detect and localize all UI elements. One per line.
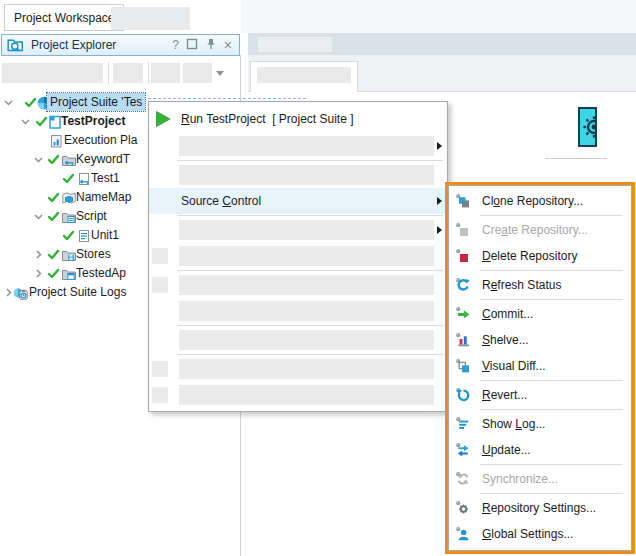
chevron-down-icon[interactable] — [32, 153, 45, 166]
menu-item-placeholder[interactable] — [149, 272, 447, 298]
tree-item-label: Project Suite 'Tes — [47, 93, 145, 111]
submenu-arrow-icon — [437, 142, 442, 150]
menu-item-label-key: D — [482, 249, 491, 263]
clone-icon — [455, 193, 471, 209]
menu-item-label: Show Log... — [482, 411, 545, 437]
menu-item-label-pre: Cre — [482, 223, 501, 237]
menu-item-label: Create Repository... — [482, 217, 588, 243]
chevron-down-icon[interactable] — [19, 115, 32, 128]
submenu-item-repository-settings[interactable]: Repository Settings... — [449, 495, 631, 521]
menu-item-label-post: isual Diff... — [490, 359, 546, 373]
menu-item-placeholder[interactable] — [149, 382, 447, 408]
menu-separator — [480, 493, 623, 494]
main-toolbar-placeholder — [248, 33, 636, 55]
toolbar-item-placeholder[interactable] — [258, 37, 332, 52]
menu-item-label-placeholder — [179, 275, 434, 295]
tree-item-label: TestedAp — [73, 264, 129, 282]
menu-item-label: Clone Repository... — [482, 188, 583, 214]
document-tabstrip — [248, 55, 636, 92]
menu-item-source-control[interactable]: Source Control — [149, 188, 447, 214]
shelve-icon — [455, 332, 471, 348]
tree-item-label: NameMap — [73, 188, 134, 206]
document-tab-label-placeholder — [257, 67, 351, 83]
content-divider — [545, 158, 607, 159]
chevron-right-icon[interactable] — [32, 267, 45, 280]
menu-item-run-testproject[interactable]: Run TestProject [ Project Suite ] — [149, 105, 447, 133]
gear-panel-icon[interactable] — [578, 107, 597, 147]
menu-item-label: Commit... — [482, 301, 533, 327]
checkmark-icon — [62, 229, 75, 242]
checkmark-icon — [47, 248, 60, 261]
menu-item-placeholder[interactable] — [149, 298, 447, 324]
menu-item-icon-placeholder — [152, 361, 168, 377]
menu-item-label-post: og... — [522, 417, 545, 431]
chevron-right-icon[interactable] — [32, 248, 45, 261]
menu-item-placeholder[interactable] — [149, 162, 447, 188]
tree-item-label: KeywordT — [73, 150, 133, 168]
tree-item-label: Script — [73, 207, 110, 225]
chevron-down-icon[interactable] — [2, 96, 15, 109]
tree-item-label: Execution Pla — [61, 131, 140, 149]
menu-item-label-pre: R — [482, 278, 491, 292]
submenu-item-clone-repository[interactable]: Clone Repository... — [449, 188, 631, 214]
menu-item-label-key: R — [482, 388, 491, 402]
chevron-down-icon[interactable] — [32, 210, 45, 223]
synchronize-icon — [455, 471, 471, 487]
submenu-item-refresh-status[interactable]: Refresh Status — [449, 272, 631, 298]
submenu-item-shelve[interactable]: Shelve... — [449, 327, 631, 353]
menu-item-label-placeholder — [179, 330, 434, 350]
menu-item-icon-placeholder — [152, 277, 168, 293]
menu-item-label-key: C — [482, 307, 491, 321]
checkmark-icon — [62, 172, 75, 185]
menu-item-label: Refresh Status — [482, 272, 561, 298]
submenu-arrow-icon — [437, 197, 442, 205]
menu-item-label-post: ne Repository... — [500, 194, 583, 208]
submenu-item-commit[interactable]: Commit... — [449, 301, 631, 327]
menu-item-label-post: epository Settings... — [491, 501, 596, 515]
checkmark-icon — [47, 210, 60, 223]
menu-separator — [177, 354, 443, 355]
menu-item-placeholder[interactable] — [149, 133, 447, 159]
refresh-icon — [455, 277, 471, 293]
main-area-background — [241, 0, 636, 33]
menu-item-label: Synchronize... — [482, 466, 558, 492]
menu-separator — [177, 215, 443, 216]
menu-separator — [177, 270, 443, 271]
tree-item-label: Unit1 — [88, 226, 122, 244]
menu-item-placeholder[interactable] — [149, 217, 447, 243]
submenu-item-revert[interactable]: Revert... — [449, 382, 631, 408]
submenu-item-global-settings[interactable]: Global Settings... — [449, 521, 631, 547]
menu-item-label-pre: Synchronize... — [482, 472, 558, 486]
menu-separator — [480, 464, 623, 465]
menu-item-label-key: C — [222, 194, 231, 208]
tree-item-label: Test1 — [88, 169, 123, 187]
submenu-item-create-repository: Create Repository... — [449, 217, 631, 243]
run-icon — [153, 109, 173, 132]
submenu-item-show-log[interactable]: Show Log... — [449, 411, 631, 437]
menu-item-label-post: te Repository... — [508, 223, 588, 237]
menu-item-label: Repository Settings... — [482, 495, 596, 521]
document-tab[interactable] — [250, 61, 358, 92]
submenu-item-visual-diff[interactable]: Visual Diff... — [449, 353, 631, 379]
create-icon — [455, 222, 471, 238]
update-icon — [455, 442, 471, 458]
menu-item-placeholder[interactable] — [149, 356, 447, 382]
submenu-item-delete-repository[interactable]: Delete Repository — [449, 243, 631, 269]
source-control-submenu: Clone Repository...Create Repository...D… — [448, 185, 632, 551]
menu-item-icon-placeholder — [152, 248, 168, 264]
menu-item-label-post: evert... — [491, 388, 528, 402]
menu-item-placeholder[interactable] — [149, 243, 447, 269]
global-settings-icon — [455, 526, 471, 542]
menu-item-label-key: V — [482, 359, 490, 373]
menu-item-label: Visual Diff... — [482, 353, 546, 379]
show-log-icon — [455, 416, 471, 432]
menu-item-label-post: un TestProject [ Project Suite ] — [190, 112, 354, 126]
submenu-item-update[interactable]: Update... — [449, 437, 631, 463]
menu-item-label-post: pdate... — [491, 443, 531, 457]
menu-separator — [480, 299, 623, 300]
menu-item-placeholder[interactable] — [149, 327, 447, 353]
menu-item-label: Revert... — [482, 382, 527, 408]
menu-item-label-key: S — [482, 333, 490, 347]
submenu-arrow-icon — [437, 226, 442, 234]
menu-separator — [480, 380, 623, 381]
